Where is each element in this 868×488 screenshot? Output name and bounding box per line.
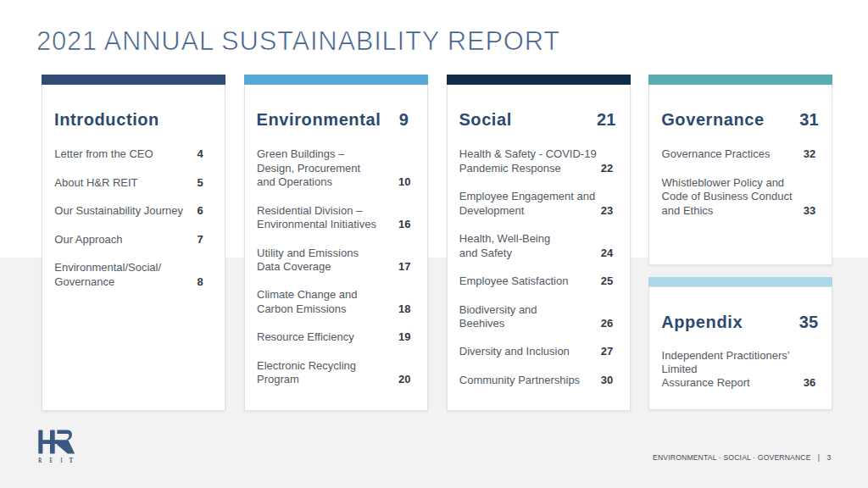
svg-text:I: I [61,457,63,464]
svg-text:T: T [69,457,73,464]
svg-text:R: R [38,457,42,464]
svg-text:E: E [49,457,53,464]
